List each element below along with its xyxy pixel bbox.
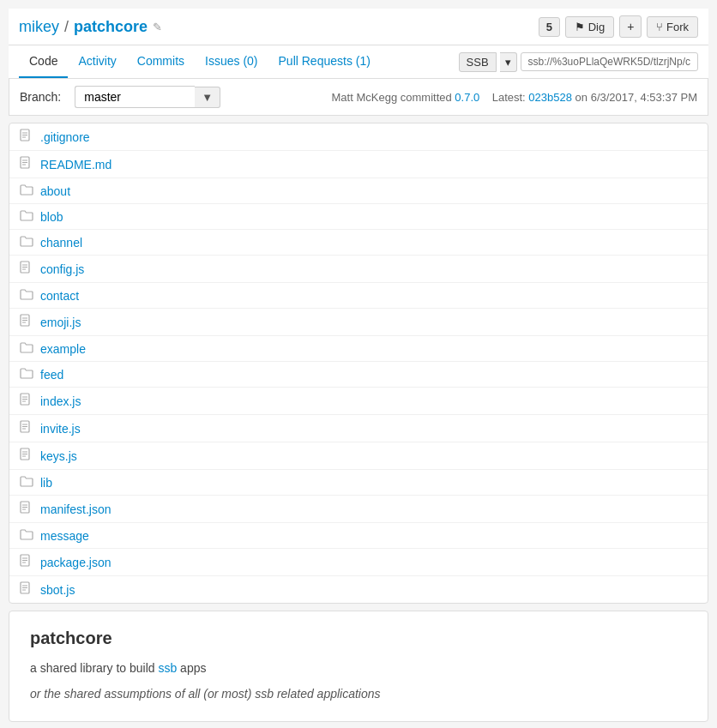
commit-date: on 6/3/2017, 4:53:37 PM — [575, 91, 697, 104]
file-name-link[interactable]: channel — [40, 236, 82, 250]
file-name-link[interactable]: sbot.js — [40, 583, 75, 597]
readme-desc-start: a shared library to build — [30, 661, 158, 675]
table-row: keys.js — [9, 442, 708, 470]
table-row: README.md — [9, 151, 708, 178]
edit-icon[interactable]: ✎ — [153, 21, 162, 33]
ssb-url[interactable]: ssb://%3uoPLlaQeWRK5D/tlzrjNp/c — [521, 52, 698, 71]
ssb-label: SSB — [459, 52, 497, 72]
repo-title: mikey / patchcore ✎ — [19, 18, 162, 36]
file-icon — [20, 501, 33, 517]
plus-button[interactable]: + — [619, 15, 642, 38]
file-name-link[interactable]: feed — [40, 368, 63, 382]
file-name-link[interactable]: contact — [40, 289, 79, 303]
folder-icon — [20, 235, 33, 250]
file-name-link[interactable]: .gitignore — [40, 130, 90, 144]
table-row: feed — [9, 362, 708, 388]
tab-commits[interactable]: Commits — [127, 45, 195, 78]
file-icon — [20, 129, 33, 145]
file-icon — [20, 420, 33, 436]
file-icon — [20, 314, 33, 330]
table-row: example — [9, 336, 708, 362]
readme-italic: or the shared assumptions of all (or mos… — [30, 684, 687, 703]
file-name-link[interactable]: index.js — [40, 394, 81, 408]
file-name-link[interactable]: package.json — [40, 556, 111, 569]
header-bar: mikey / patchcore ✎ 5 ⚑ Dig + ⑂ Fork — [9, 9, 708, 45]
ssb-link[interactable]: ssb — [158, 661, 177, 675]
ssb-bar: SSB ▾ ssb://%3uoPLlaQeWRK5D/tlzrjNp/c — [459, 52, 698, 72]
ssb-dropdown-button[interactable]: ▾ — [500, 52, 517, 72]
file-name-link[interactable]: keys.js — [40, 449, 77, 463]
header-actions: 5 ⚑ Dig + ⑂ Fork — [539, 15, 698, 38]
file-icon — [20, 393, 33, 409]
folder-icon — [20, 341, 33, 356]
readme-description: a shared library to build ssb apps — [30, 659, 687, 677]
commit-info: Matt McKegg committed 0.7.0 Latest: 023b… — [332, 91, 697, 104]
table-row: emoji.js — [9, 309, 708, 336]
folder-icon — [20, 184, 33, 198]
table-row: channel — [9, 230, 708, 256]
file-name-link[interactable]: message — [40, 529, 89, 543]
commit-author: Matt McKegg — [332, 91, 398, 104]
dig-button[interactable]: ⚑ Dig — [565, 16, 614, 38]
latest-label: Latest: — [492, 91, 526, 104]
file-name-link[interactable]: example — [40, 342, 86, 356]
nav-bar: Code Activity Commits Issues (0) Pull Re… — [9, 45, 708, 79]
file-icon — [20, 554, 33, 570]
file-name-link[interactable]: emoji.js — [40, 316, 81, 329]
tab-code[interactable]: Code — [19, 45, 68, 78]
branch-dropdown-button[interactable]: ▼ — [195, 87, 220, 108]
fork-button[interactable]: ⑂ Fork — [647, 16, 698, 38]
folder-icon — [20, 528, 33, 543]
folder-icon — [20, 475, 33, 490]
table-row: invite.js — [9, 415, 708, 442]
table-row: manifest.json — [9, 496, 708, 523]
readme-title: patchcore — [30, 629, 687, 648]
table-row: contact — [9, 283, 708, 309]
commit-version[interactable]: 0.7.0 — [455, 91, 479, 104]
file-icon — [20, 581, 33, 598]
table-row: package.json — [9, 549, 708, 576]
folder-icon — [20, 288, 33, 303]
branch-left: Branch: ▼ — [20, 86, 220, 108]
file-name-link[interactable]: manifest.json — [40, 502, 111, 516]
tab-issues[interactable]: Issues (0) — [195, 45, 268, 78]
readme-box: patchcore a shared library to build ssb … — [9, 611, 708, 722]
branch-input[interactable] — [75, 86, 195, 108]
repo-name-link[interactable]: patchcore — [74, 18, 148, 36]
file-icon — [20, 261, 33, 277]
file-table: .gitignore README.md about blob channel … — [9, 123, 708, 604]
table-row: lib — [9, 470, 708, 496]
folder-icon — [20, 209, 33, 224]
file-name-link[interactable]: blob — [40, 210, 63, 224]
readme-desc-end: apps — [177, 661, 206, 675]
table-row: .gitignore — [9, 123, 708, 151]
file-icon — [20, 448, 33, 464]
file-name-link[interactable]: about — [40, 184, 70, 198]
file-name-link[interactable]: config.js — [40, 262, 84, 276]
table-row: blob — [9, 204, 708, 230]
table-row: about — [9, 178, 708, 204]
table-row: sbot.js — [9, 576, 708, 603]
folder-icon — [20, 367, 33, 382]
branch-label: Branch: — [20, 90, 61, 104]
table-row: index.js — [9, 388, 708, 415]
branch-select-wrap: ▼ — [75, 86, 220, 108]
slash-separator: / — [64, 18, 69, 36]
branch-commit-row: Branch: ▼ Matt McKegg committed 0.7.0 La… — [9, 79, 708, 116]
file-name-link[interactable]: invite.js — [40, 422, 81, 436]
tab-pull-requests[interactable]: Pull Requests (1) — [268, 45, 381, 78]
owner-link[interactable]: mikey — [19, 18, 59, 36]
star-count: 5 — [539, 17, 560, 37]
file-icon — [20, 156, 33, 172]
file-name-link[interactable]: README.md — [40, 158, 111, 171]
table-row: message — [9, 523, 708, 549]
commit-hash[interactable]: 023b528 — [528, 91, 572, 104]
file-name-link[interactable]: lib — [40, 476, 52, 490]
commit-action: committed — [401, 91, 455, 104]
tab-activity[interactable]: Activity — [68, 45, 126, 78]
table-row: config.js — [9, 256, 708, 283]
